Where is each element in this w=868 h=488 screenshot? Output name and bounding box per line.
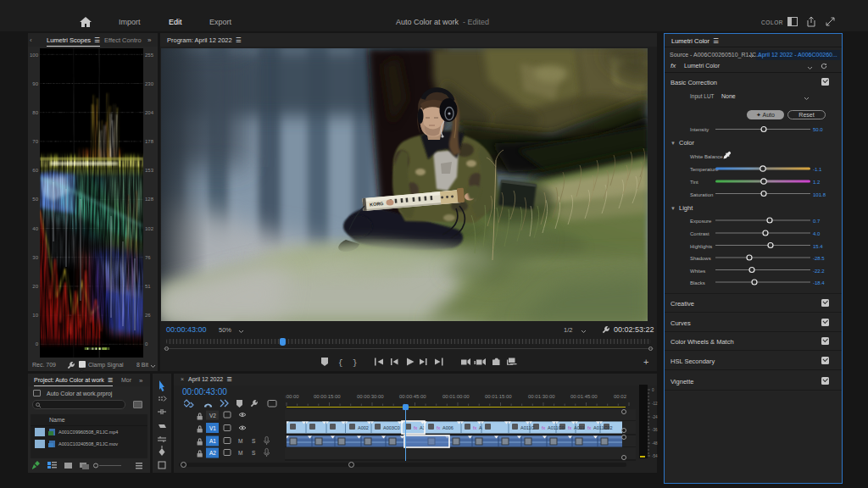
svg-text:fx: fx [473, 425, 477, 430]
svg-text:-1.1: -1.1 [813, 167, 822, 172]
svg-text:0: 0 [145, 341, 148, 347]
svg-text:fx: fx [437, 425, 441, 430]
svg-text:30: 30 [32, 255, 38, 260]
svg-text:26: 26 [145, 313, 151, 318]
svg-text:15.4: 15.4 [813, 244, 823, 249]
svg-text:White Balance: White Balance [690, 154, 723, 159]
svg-text:A1: A1 [209, 438, 216, 444]
svg-text:▼: ▼ [670, 141, 676, 146]
svg-text:0: 0 [36, 341, 39, 347]
svg-text:51: 51 [145, 284, 151, 289]
svg-text:76: 76 [145, 255, 151, 260]
svg-text:-12: -12 [652, 402, 658, 406]
svg-text:0.7: 0.7 [813, 219, 821, 224]
svg-text:50.0: 50.0 [813, 127, 823, 132]
svg-text:Exposure: Exposure [690, 219, 712, 224]
svg-text:70: 70 [32, 139, 38, 144]
svg-text:S: S [252, 450, 256, 456]
svg-text:Shadows: Shadows [690, 256, 711, 261]
svg-text:50: 50 [32, 197, 38, 202]
svg-text:-24: -24 [652, 415, 658, 419]
svg-text:1.2: 1.2 [813, 180, 821, 185]
svg-text:-48: -48 [652, 441, 658, 446]
svg-text:255: 255 [145, 53, 154, 58]
svg-text:V2: V2 [209, 413, 216, 419]
svg-text:178: 178 [145, 139, 154, 144]
svg-text:20: 20 [32, 284, 38, 289]
svg-text:100: 100 [30, 53, 39, 58]
svg-text:101.8: 101.8 [813, 192, 826, 197]
svg-text:Temperature: Temperature [690, 167, 719, 172]
svg-text:80: 80 [32, 110, 38, 115]
svg-text:-18.4: -18.4 [813, 280, 825, 286]
svg-text:fx: fx [568, 425, 572, 430]
svg-text:A002: A002 [358, 425, 369, 430]
svg-text:A011: A011 [574, 425, 584, 430]
svg-text:-54: -54 [652, 454, 658, 458]
svg-text:A011C0: A011C0 [548, 425, 564, 430]
svg-text:M: M [238, 450, 242, 456]
svg-text:Light: Light [679, 204, 693, 212]
svg-text:204: 204 [145, 110, 154, 115]
svg-text:S: S [252, 438, 256, 444]
svg-text:90: 90 [32, 81, 38, 86]
svg-text:A011C: A011C [520, 425, 534, 430]
svg-text:A003C0: A003C0 [383, 425, 400, 430]
svg-text:A006: A006 [442, 425, 453, 430]
svg-text:-22.2: -22.2 [813, 269, 825, 274]
svg-text:60: 60 [32, 168, 38, 173]
svg-text:fx: fx [542, 425, 546, 430]
svg-text:-28.5: -28.5 [813, 256, 825, 261]
svg-text:Whites: Whites [690, 269, 705, 274]
svg-text:4.0: 4.0 [813, 231, 821, 236]
svg-text:A2: A2 [209, 450, 216, 456]
svg-text:Blacks: Blacks [690, 280, 705, 286]
svg-text:128: 128 [145, 197, 154, 202]
svg-text:230: 230 [145, 81, 154, 86]
svg-text:102: 102 [145, 226, 154, 231]
svg-text:40: 40 [32, 226, 38, 231]
svg-text:153: 153 [145, 168, 154, 173]
svg-text:V1: V1 [209, 425, 216, 431]
svg-text:10: 10 [32, 313, 38, 318]
svg-text:{: { [338, 359, 342, 368]
svg-text:fx: fx [414, 425, 418, 430]
svg-text:▼: ▼ [670, 206, 676, 211]
svg-text:Tint: Tint [690, 180, 698, 185]
svg-text:Saturation: Saturation [690, 192, 713, 197]
svg-text:Highlights: Highlights [690, 244, 712, 249]
svg-text:Intensity: Intensity [690, 127, 709, 132]
svg-text:-36: -36 [652, 428, 658, 432]
svg-text:A011C02: A011C02 [593, 425, 613, 430]
svg-text:Contrast: Contrast [690, 231, 709, 236]
svg-text:fx: fx [587, 425, 592, 430]
svg-text:}: } [353, 359, 357, 368]
svg-text:Color: Color [679, 139, 694, 147]
svg-text:0: 0 [652, 388, 654, 392]
svg-text:A: A [479, 425, 482, 430]
svg-text:M: M [238, 438, 242, 444]
